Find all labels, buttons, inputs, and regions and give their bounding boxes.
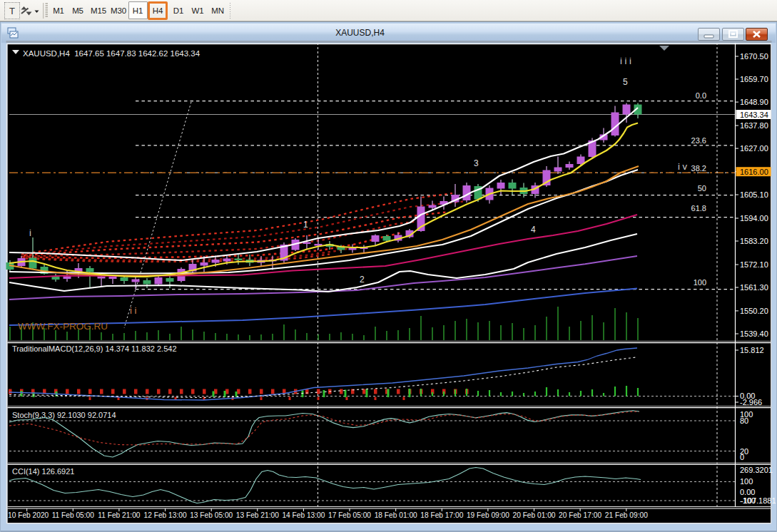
svg-text:20 Feb 17:00: 20 Feb 17:00 [559, 511, 601, 519]
svg-text:1648.90: 1648.90 [740, 98, 768, 106]
svg-text:1594.00: 1594.00 [740, 214, 768, 222]
svg-text:1637.80: 1637.80 [740, 121, 768, 130]
svg-text:1659.70: 1659.70 [740, 75, 768, 83]
svg-text:61.8: 61.8 [691, 204, 706, 213]
svg-text:0.00: 0.00 [740, 488, 755, 496]
svg-text:0: 0 [740, 453, 744, 461]
svg-text:18 Feb 17:00: 18 Feb 17:00 [420, 511, 463, 519]
svg-text:20 Feb 01:00: 20 Feb 01:00 [512, 511, 555, 519]
svg-text:WWW.FX-PROG.RU: WWW.FX-PROG.RU [18, 321, 108, 332]
svg-text:TraditionalMACD(12,26,9) 14.37: TraditionalMACD(12,26,9) 14.374 11.832 2… [12, 344, 177, 353]
svg-text:50: 50 [698, 184, 706, 193]
svg-text:1627.00: 1627.00 [740, 144, 768, 153]
svg-text:269.3201: 269.3201 [740, 466, 773, 474]
svg-text:14 Feb 13:00: 14 Feb 13:00 [282, 511, 325, 519]
svg-text:4: 4 [531, 225, 536, 235]
svg-text:0.0: 0.0 [696, 91, 706, 100]
svg-text:i i i: i i i [620, 56, 631, 66]
svg-text:12 Feb 13:00: 12 Feb 13:00 [144, 511, 187, 519]
svg-text:1550.20: 1550.20 [740, 307, 768, 315]
svg-text:100: 100 [694, 278, 706, 287]
svg-text:XAUUSD,H4 1647.65 1647.83 164: XAUUSD,H4 1647.65 1647.83 1642.62 1643.3… [23, 49, 200, 58]
svg-text:2: 2 [360, 275, 365, 285]
svg-text:Stoch(9,3,3) 92.1030 92.0714: Stoch(9,3,3) 92.1030 92.0714 [12, 411, 116, 419]
svg-text:80: 80 [740, 416, 748, 425]
svg-text:-107.1881: -107.1881 [741, 496, 776, 505]
svg-text:18 Feb 01:00: 18 Feb 01:00 [375, 511, 417, 519]
svg-text:100: 100 [740, 477, 753, 486]
svg-text:1572.10: 1572.10 [740, 260, 768, 269]
svg-text:38.2: 38.2 [691, 164, 706, 173]
svg-text:-2.966: -2.966 [740, 398, 762, 406]
svg-text:1643.34: 1643.34 [740, 111, 768, 119]
svg-text:13 Feb 21:00: 13 Feb 21:00 [236, 511, 279, 519]
svg-text:i v: i v [678, 161, 688, 172]
svg-text:1605.10: 1605.10 [740, 190, 768, 199]
svg-text:11 Feb 21:00: 11 Feb 21:00 [98, 511, 141, 519]
svg-text:1616.00: 1616.00 [740, 168, 768, 176]
svg-text:21 Feb 09:00: 21 Feb 09:00 [605, 511, 648, 519]
svg-text:CCI(14) 126.6921: CCI(14) 126.6921 [12, 467, 74, 476]
svg-text:i i: i i [130, 305, 137, 316]
svg-text:1539.40: 1539.40 [740, 329, 768, 338]
svg-text:1670.50: 1670.50 [740, 52, 768, 61]
svg-text:3: 3 [474, 158, 479, 168]
svg-text:17 Feb 05:00: 17 Feb 05:00 [328, 511, 371, 519]
svg-text:1: 1 [303, 220, 308, 230]
svg-text:11 Feb 05:00: 11 Feb 05:00 [52, 511, 95, 519]
svg-text:19 Feb 09:00: 19 Feb 09:00 [467, 511, 509, 519]
svg-text:13 Feb 05:00: 13 Feb 05:00 [190, 511, 233, 519]
svg-text:23.6: 23.6 [691, 136, 706, 145]
svg-text:15.812: 15.812 [740, 346, 764, 354]
svg-text:1561.30: 1561.30 [740, 283, 768, 292]
svg-text:i: i [29, 227, 31, 238]
svg-text:10 Feb 2020: 10 Feb 2020 [8, 511, 49, 519]
svg-text:1583.20: 1583.20 [740, 237, 768, 245]
svg-text:5: 5 [623, 77, 628, 87]
